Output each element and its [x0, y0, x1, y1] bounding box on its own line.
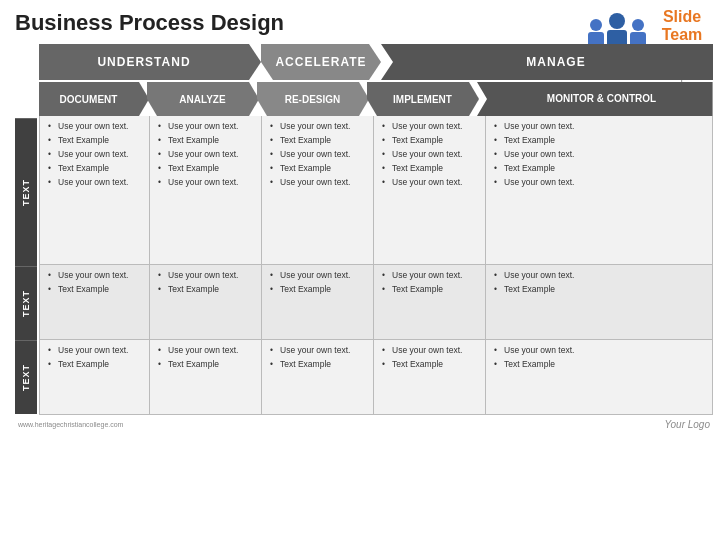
list-item: Use your own text. [158, 345, 257, 357]
bullet-list-c2: Use your own text. Text Example [158, 345, 257, 371]
bullet-list-a2: Use your own text. Text Example Use your… [158, 121, 257, 188]
list-item: Use your own text. [382, 270, 481, 282]
list-item: Use your own text. [270, 345, 369, 357]
arrow-understand: UNDERSTAND [39, 44, 261, 80]
list-item: Text Example [494, 163, 708, 175]
list-item: Text Example [48, 163, 145, 175]
header-row2: DOCUMENT ANALYZE RE-DESIGN IMPLEMENT MON… [39, 82, 713, 116]
logo-person-right [630, 19, 646, 44]
list-item: Use your own text. [48, 121, 145, 133]
list-item: Text Example [494, 284, 708, 296]
bullet-list-a3: Use your own text. Text Example Use your… [270, 121, 369, 188]
subheader-redesign: RE-DESIGN [257, 82, 369, 116]
cell-a3: Use your own text. Text Example Use your… [262, 116, 374, 264]
list-item: Text Example [382, 284, 481, 296]
label-spacer [15, 44, 37, 118]
bullet-list-b2: Use your own text. Text Example [158, 270, 257, 296]
bottom-url: www.heritagechristiancollege.com [18, 421, 123, 428]
left-label-row3: TEXT [15, 340, 37, 414]
list-item: Use your own text. [494, 345, 708, 357]
bullet-list-b3: Use your own text. Text Example [270, 270, 369, 296]
list-item: Use your own text. [270, 121, 369, 133]
data-row-b: Use your own text. Text Example Use your… [40, 265, 712, 340]
cell-b1: Use your own text. Text Example [40, 265, 150, 339]
list-item: Use your own text. [270, 177, 369, 189]
bullet-list-c4: Use your own text. Text Example [382, 345, 481, 371]
bullet-list-b5: Use your own text. Text Example [494, 270, 708, 296]
subheader-document: DOCUMENT [39, 82, 149, 116]
data-row-a: Use your own text. Text Example Use your… [40, 116, 712, 265]
list-item: Text Example [158, 284, 257, 296]
cell-a4: Use your own text. Text Example Use your… [374, 116, 486, 264]
list-item: Text Example [270, 163, 369, 175]
person-body-r [630, 32, 646, 44]
header-row1: UNDERSTAND ACCELERATE MANAGE [39, 44, 713, 80]
list-item: Use your own text. [48, 270, 145, 282]
cell-c1: Use your own text. Text Example [40, 340, 150, 414]
cell-c2: Use your own text. Text Example [150, 340, 262, 414]
list-item: Text Example [270, 284, 369, 296]
list-item: Use your own text. [494, 270, 708, 282]
cell-c3: Use your own text. Text Example [262, 340, 374, 414]
subheader-analyze: ANALYZE [147, 82, 259, 116]
logo-person-left [588, 19, 604, 44]
cell-a1: Use your own text. Text Example Use your… [40, 116, 150, 264]
list-item: Use your own text. [158, 270, 257, 282]
bullet-list-a1: Use your own text. Text Example Use your… [48, 121, 145, 188]
list-item: Use your own text. [494, 149, 708, 161]
cell-a5: Use your own text. Text Example Use your… [486, 116, 712, 264]
person-body [588, 32, 604, 44]
arrow-accelerate: ACCELERATE [261, 44, 381, 80]
data-grid: Use your own text. Text Example Use your… [39, 116, 713, 415]
logo-person-center [607, 13, 627, 44]
subheader-monitor: MONITOR & CONTROL [477, 82, 713, 116]
list-item: Use your own text. [158, 149, 257, 161]
list-item: Text Example [270, 359, 369, 371]
bottom-logo-label: Your Logo [664, 419, 710, 430]
list-item: Use your own text. [158, 177, 257, 189]
list-item: Text Example [494, 359, 708, 371]
list-item: Text Example [382, 163, 481, 175]
logo-icon: Slide Team [588, 8, 718, 44]
main-table-wrapper: TEXT TEXT TEXT UNDERSTAND ACCELERATE MAN… [15, 44, 713, 415]
arrow-manage: MANAGE [381, 44, 713, 80]
list-item: Use your own text. [494, 177, 708, 189]
cell-b2: Use your own text. Text Example [150, 265, 262, 339]
cell-b5: Use your own text. Text Example [486, 265, 712, 339]
left-label-row2: TEXT [15, 266, 37, 340]
list-item: Text Example [494, 135, 708, 147]
right-table: UNDERSTAND ACCELERATE MANAGE DOCUMENT AN… [39, 44, 713, 415]
left-label-row1: TEXT [15, 118, 37, 266]
cell-a2: Use your own text. Text Example Use your… [150, 116, 262, 264]
bullet-list-c5: Use your own text. Text Example [494, 345, 708, 371]
list-item: Text Example [382, 135, 481, 147]
list-item: Use your own text. [270, 270, 369, 282]
bullet-list-a5: Use your own text. Text Example Use your… [494, 121, 708, 188]
list-item: Use your own text. [382, 345, 481, 357]
list-item: Use your own text. [382, 149, 481, 161]
bullet-list-c3: Use your own text. Text Example [270, 345, 369, 371]
slide-team-brand: Slide Team [646, 8, 718, 44]
list-item: Use your own text. [48, 177, 145, 189]
bullet-list-c1: Use your own text. Text Example [48, 345, 145, 371]
page-container: Business Process Design Slide Team Maki [0, 0, 728, 546]
list-item: Use your own text. [48, 345, 145, 357]
list-item: Text Example [48, 135, 145, 147]
list-item: Use your own text. [382, 177, 481, 189]
cell-b3: Use your own text. Text Example [262, 265, 374, 339]
left-labels: TEXT TEXT TEXT [15, 44, 37, 415]
person-body-large [607, 30, 627, 44]
logo-people [588, 8, 646, 44]
subheader-implement: IMPLEMENT [367, 82, 479, 116]
list-item: Text Example [48, 359, 145, 371]
bullet-list-b4: Use your own text. Text Example [382, 270, 481, 296]
bullet-list-a4: Use your own text. Text Example Use your… [382, 121, 481, 188]
list-item: Use your own text. [494, 121, 708, 133]
list-item: Text Example [48, 284, 145, 296]
bottom-bar: www.heritagechristiancollege.com Your Lo… [10, 417, 718, 432]
list-item: Text Example [270, 135, 369, 147]
cell-c5: Use your own text. Text Example [486, 340, 712, 414]
list-item: Text Example [382, 359, 481, 371]
person-head-large [609, 13, 625, 29]
list-item: Text Example [158, 163, 257, 175]
